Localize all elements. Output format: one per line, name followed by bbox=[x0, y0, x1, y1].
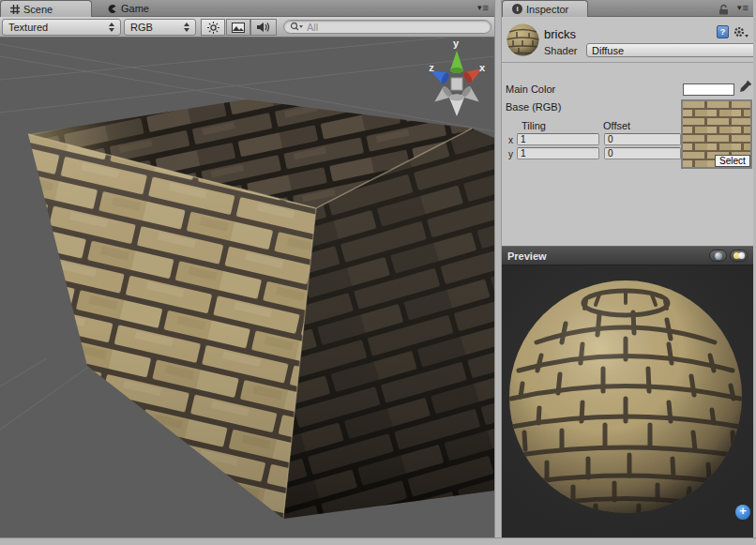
render-mode-dropdown[interactable]: Textured bbox=[2, 19, 121, 36]
inspector-content: bricks Shader Diffuse ? Main Color bbox=[502, 17, 753, 246]
inspector-panel: i Inspector ▾≡ bbox=[502, 0, 753, 537]
speaker-icon bbox=[257, 22, 270, 33]
material-preview-area[interactable]: + bbox=[502, 265, 753, 537]
scene-render: y x z bbox=[0, 38, 494, 537]
select-texture-button[interactable]: Select bbox=[715, 155, 750, 167]
gear-icon[interactable] bbox=[733, 25, 748, 38]
offset-x-field[interactable] bbox=[604, 133, 681, 145]
render-overlay-button[interactable] bbox=[226, 19, 250, 36]
lock-icon[interactable] bbox=[718, 4, 729, 15]
inspector-tabbar: i Inspector ▾≡ bbox=[502, 0, 753, 17]
tab-scene-label: Scene bbox=[23, 4, 53, 15]
tiling-x-field[interactable] bbox=[517, 133, 599, 145]
orientation-gizmo[interactable]: y x z bbox=[428, 38, 486, 116]
tab-scene[interactable]: Scene bbox=[0, 0, 92, 17]
row-y-label: y bbox=[508, 149, 513, 159]
add-preview-button[interactable]: + bbox=[735, 505, 750, 520]
tab-game-label: Game bbox=[121, 3, 149, 14]
pacman-icon bbox=[107, 4, 117, 14]
updown-arrows-icon bbox=[184, 23, 189, 32]
base-texture-thumbnail[interactable]: Select bbox=[681, 99, 752, 169]
main-color-label: Main Color bbox=[506, 83, 555, 95]
render-mode-value: Textured bbox=[8, 22, 48, 33]
inspector-panel-menu-icon[interactable]: ▾≡ bbox=[737, 4, 748, 12]
scene-panel: Scene Game ▾≡ Textured RGB bbox=[0, 0, 494, 537]
preview-mesh-button[interactable] bbox=[709, 250, 727, 262]
help-book-icon[interactable]: ? bbox=[717, 25, 729, 38]
gizmo-x-label: x bbox=[479, 62, 486, 73]
unity-editor-window: Scene Game ▾≡ Textured RGB bbox=[0, 0, 756, 545]
grid-icon bbox=[10, 5, 20, 14]
info-icon: i bbox=[512, 4, 522, 14]
gizmo-y-label: y bbox=[453, 38, 460, 49]
preview-lighting-button[interactable] bbox=[730, 250, 748, 262]
scene-panel-menu-icon[interactable]: ▾≡ bbox=[477, 4, 489, 12]
channel-value: RGB bbox=[130, 22, 153, 33]
material-header: bricks Shader Diffuse ? bbox=[502, 17, 753, 63]
sphere-icon bbox=[715, 252, 722, 260]
shader-label: Shader bbox=[544, 45, 577, 56]
updown-arrows-icon bbox=[109, 23, 114, 32]
tab-game[interactable]: Game bbox=[98, 0, 159, 17]
image-icon bbox=[232, 23, 245, 33]
search-icon bbox=[290, 22, 303, 32]
channel-dropdown[interactable]: RGB bbox=[124, 19, 196, 36]
light-off-icon bbox=[738, 252, 745, 259]
shader-value: Diffuse bbox=[592, 45, 624, 56]
scene-toolbar: Textured RGB bbox=[0, 17, 494, 38]
material-sphere-icon bbox=[506, 23, 540, 57]
tab-inspector[interactable]: i Inspector bbox=[502, 0, 588, 17]
eyedropper-icon[interactable] bbox=[737, 81, 751, 96]
preview-sphere bbox=[502, 265, 753, 537]
base-rgb-label: Base (RGB) bbox=[506, 101, 561, 113]
preview-title: Preview bbox=[507, 250, 547, 262]
scene-tabbar: Scene Game ▾≡ bbox=[0, 0, 494, 17]
tiling-header: Tiling bbox=[522, 120, 546, 131]
gizmo-center-cube[interactable] bbox=[451, 78, 462, 90]
window-bottom-edge bbox=[0, 537, 756, 545]
tab-inspector-label: Inspector bbox=[526, 4, 568, 15]
material-name: bricks bbox=[544, 27, 576, 41]
scene-search[interactable] bbox=[283, 20, 491, 34]
gizmo-z-label: z bbox=[429, 62, 434, 73]
scene-cube[interactable] bbox=[28, 99, 494, 519]
main-color-swatch[interactable] bbox=[683, 83, 734, 96]
lighting-toggle-button[interactable] bbox=[201, 19, 225, 36]
offset-y-field[interactable] bbox=[604, 147, 681, 159]
sun-icon bbox=[207, 22, 219, 34]
gizmo-y-axis[interactable] bbox=[450, 51, 463, 73]
audio-toggle-button[interactable] bbox=[250, 19, 277, 36]
tiling-y-field[interactable] bbox=[517, 147, 599, 159]
shader-dropdown[interactable]: Diffuse bbox=[586, 43, 756, 57]
preview-header: Preview bbox=[502, 246, 753, 265]
row-x-label: x bbox=[508, 135, 513, 145]
search-input[interactable] bbox=[307, 22, 485, 33]
scene-viewport[interactable]: y x z bbox=[0, 38, 494, 537]
offset-header: Offset bbox=[603, 120, 630, 131]
panel-divider[interactable] bbox=[494, 0, 502, 537]
